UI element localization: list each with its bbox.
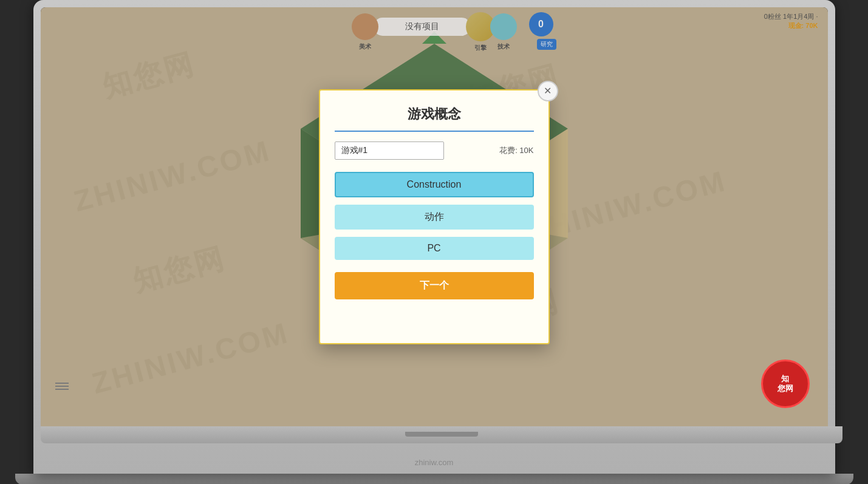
genre-button[interactable]: Construction <box>335 172 534 197</box>
screen-bezel: 知您网 ZHINIW.COM 知您网 ZHINIW.COM 知您网 ZHINIW… <box>41 7 828 426</box>
zhiniw-logo: 知 您网 <box>761 360 810 408</box>
type-label: 动作 <box>425 211 444 222</box>
game-screen: 知您网 ZHINIW.COM 知您网 ZHINIW.COM 知您网 ZHINIW… <box>41 7 828 426</box>
laptop-notch <box>405 432 478 437</box>
logo-line2: 您网 <box>777 384 793 394</box>
game-name-input[interactable] <box>335 141 444 160</box>
platform-button[interactable]: PC <box>335 237 534 260</box>
dialog-close-button[interactable]: ✕ <box>538 81 558 101</box>
genre-label: Construction <box>407 179 462 189</box>
website-label: zhiniw.com <box>415 458 454 467</box>
logo-line1: 知 <box>777 374 793 384</box>
laptop-base <box>41 426 842 443</box>
cost-label: 花费: 10K <box>499 145 533 156</box>
dialog-name-row: 花费: 10K <box>335 141 534 160</box>
dialog-box: ✕ 游戏概念 花费: 10K Construction <box>319 89 550 344</box>
dialog-title: 游戏概念 <box>335 105 534 132</box>
logo-text: 知 您网 <box>777 374 793 393</box>
laptop-outer: 知您网 ZHINIW.COM 知您网 ZHINIW.COM 知您网 ZHINIW… <box>33 0 835 474</box>
dialog-overlay: ✕ 游戏概念 花费: 10K Construction <box>41 7 828 426</box>
laptop-wrapper: 知您网 ZHINIW.COM 知您网 ZHINIW.COM 知您网 ZHINIW… <box>15 0 853 484</box>
laptop-bottom-bar <box>15 474 853 485</box>
next-button[interactable]: 下一个 <box>335 272 534 299</box>
next-label: 下一个 <box>420 280 449 290</box>
platform-label: PC <box>427 243 440 253</box>
close-icon: ✕ <box>544 85 552 97</box>
type-button[interactable]: 动作 <box>335 205 534 230</box>
